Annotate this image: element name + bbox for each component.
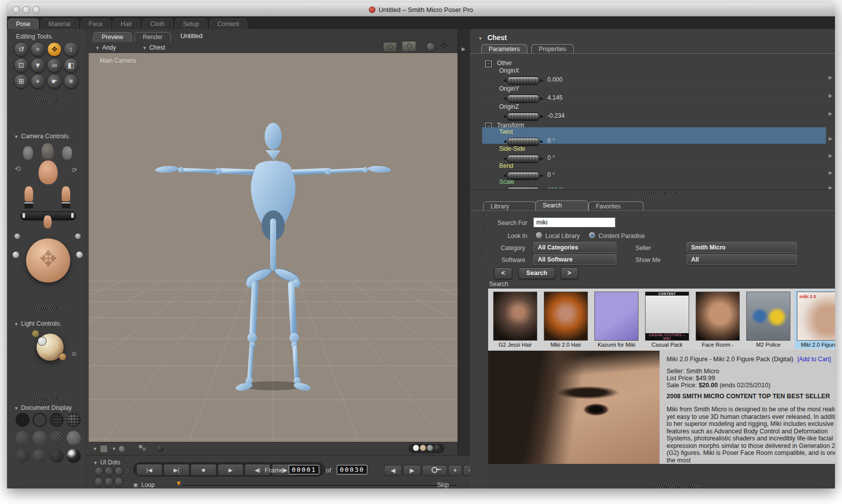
3d-viewport[interactable]: Main Camera [89, 53, 458, 442]
ui-dot[interactable] [114, 466, 124, 476]
param-value[interactable]: 0 ° [547, 171, 555, 178]
result-casual-pack[interactable]: CONTENT CASUAL CLOTHES ─ MIKI Casual Pac… [643, 291, 691, 349]
sidebar-section-grip[interactable] [32, 100, 63, 103]
camera-controls-title[interactable]: ▼Camera Controls. [14, 131, 70, 140]
tab-setup[interactable]: Setup [175, 19, 207, 29]
next-page-button[interactable]: > [560, 268, 578, 279]
light-controls-title[interactable]: ▼Light Controls. [14, 319, 62, 328]
tab-pose[interactable]: Pose [8, 19, 39, 29]
tab-render[interactable]: Render [134, 32, 171, 42]
light-3-dot[interactable] [59, 353, 67, 361]
light-1-dot[interactable] [32, 330, 40, 338]
head-camera-icon[interactable] [42, 143, 54, 159]
local-library-label[interactable]: Local Library [545, 232, 580, 239]
result-miki-20-hair[interactable]: Miki 2.0 Hair [542, 291, 590, 349]
display-style-sphere-icon[interactable] [119, 446, 125, 452]
tab-content[interactable]: Content [209, 19, 248, 29]
camera-2-icon[interactable] [402, 41, 416, 51]
twist-tool-icon[interactable]: ≈ [31, 42, 45, 57]
ui-dot[interactable] [94, 466, 104, 476]
face-camera-icon[interactable] [39, 160, 58, 184]
direct-manipulation-tool-icon[interactable]: ☛ [47, 74, 62, 89]
result-g2-jessi-hair[interactable]: G2 Jessi Hair [491, 291, 539, 349]
footer-dropdown-triangle-icon[interactable]: ▼ [112, 446, 116, 451]
display-white-dot[interactable] [413, 445, 419, 451]
content-paradise-label[interactable]: Content Paradise [598, 232, 645, 239]
result-m2-police[interactable]: M2 Police [744, 291, 792, 349]
ui-dot[interactable] [94, 487, 104, 488]
display-gray-dot[interactable] [427, 445, 433, 451]
tab-favorites[interactable]: Favorites [588, 201, 644, 211]
ui-dot[interactable] [94, 477, 104, 486]
loop-toggle[interactable] [134, 483, 138, 487]
camera-dot-icon[interactable] [76, 251, 83, 258]
library-left-grip[interactable] [481, 215, 484, 291]
display-beige-dot[interactable] [420, 445, 426, 451]
zoom-window-button[interactable] [33, 6, 40, 14]
next-keyframe-button[interactable]: ▶ [403, 465, 421, 476]
current-frame-field[interactable]: 00001 [289, 465, 319, 474]
right-hand-icon[interactable] [62, 186, 70, 201]
last-frame-button[interactable]: ▶| [163, 464, 189, 476]
param-next-arrow-icon[interactable]: ▶ [828, 136, 832, 141]
camera-dot-icon[interactable] [15, 233, 20, 239]
display-flat-shaded-icon[interactable] [33, 431, 47, 445]
tab-cloth[interactable]: Cloth [142, 19, 173, 29]
display-silhouette-icon[interactable] [16, 413, 30, 427]
param-twist-dial[interactable]: ◀▶0 ° [503, 136, 555, 145]
rotate-tool-icon[interactable]: ↺ [14, 42, 29, 57]
skip-frames-label[interactable]: Skip Frames [437, 481, 470, 488]
timeline-track[interactable] [182, 485, 457, 487]
edit-keyframes-button[interactable] [422, 465, 447, 476]
local-library-radio[interactable] [535, 231, 543, 239]
total-frames-field[interactable]: 00030 [337, 465, 367, 474]
chain-break-tool-icon[interactable]: ∞ [47, 58, 62, 73]
camera-1-icon[interactable] [383, 42, 397, 52]
param-value[interactable]: -0.234 [547, 112, 564, 119]
camera-dot-icon[interactable] [75, 233, 81, 239]
footer-dropdown-triangle-icon[interactable]: ▼ [93, 446, 97, 451]
taper-tool-icon[interactable]: ▼ [31, 58, 45, 73]
tab-preview[interactable]: Preview [93, 32, 132, 42]
prev-page-button[interactable]: < [494, 268, 512, 279]
param-next-arrow-icon[interactable]: ▶ [828, 75, 832, 80]
light-2-dot-selected[interactable] [38, 337, 47, 346]
first-frame-button[interactable]: |◀ [136, 464, 162, 476]
timeline-marker[interactable]: ▼ [175, 479, 182, 487]
rotate-right-camera-icon[interactable]: ⟳ [72, 166, 77, 174]
document-display-title[interactable]: ▼Document Display [14, 403, 72, 412]
add-to-cart-link[interactable]: [Add to Cart] [797, 356, 831, 363]
tab-hair[interactable]: Hair [113, 19, 140, 29]
result-kazumi-for-miki[interactable]: Kazumi for Miki [592, 291, 641, 349]
ui-dot[interactable] [114, 487, 124, 488]
document-display-pill[interactable] [408, 444, 445, 453]
trackball-mini-icon[interactable] [426, 42, 436, 52]
show-me-dropdown[interactable]: All [687, 254, 797, 265]
grouping-tool-icon[interactable]: ⊞ [14, 74, 29, 89]
library-resize-grip[interactable] [654, 485, 700, 488]
translate-tool-icon[interactable]: ✥ [47, 42, 62, 57]
ui-dots-header[interactable]: ▼UI Dots [93, 457, 120, 466]
camera-trackball[interactable]: ✥ [26, 238, 70, 283]
dark-sphere-icon[interactable] [157, 445, 163, 452]
display-smooth-lined-icon[interactable] [33, 449, 47, 463]
multi-sphere-icon[interactable] [139, 445, 142, 448]
play-button[interactable]: ▶ [218, 464, 244, 476]
param-next-arrow-icon[interactable]: ▶ [828, 153, 832, 158]
add-keyframe-button[interactable]: + [448, 465, 462, 476]
result-miki-20-figure-selected[interactable]: miki 2.0 Miki 2.0 Figure [795, 291, 835, 349]
group-other-header[interactable]: – Other [485, 58, 512, 67]
panel-divider[interactable]: ▶ [458, 29, 471, 455]
four-way-axis-icon[interactable]: ✥ [440, 40, 449, 52]
sidebar-section-grip[interactable] [32, 398, 63, 401]
left-hand-camera-icon[interactable] [23, 146, 33, 160]
param-originz-dial[interactable]: ◀▶-0.234 [503, 111, 564, 120]
sidebar-section-grip[interactable] [32, 308, 63, 311]
tab-properties[interactable]: Properties [531, 44, 574, 54]
tab-search[interactable]: Search [535, 200, 588, 211]
display-dark-dot[interactable] [434, 445, 440, 451]
tab-library[interactable]: Library [483, 201, 536, 211]
close-window-button[interactable] [13, 6, 20, 14]
seller-dropdown[interactable]: Smith Micro [687, 242, 797, 253]
translate-in-out-tool-icon[interactable]: ↕ [64, 42, 78, 57]
